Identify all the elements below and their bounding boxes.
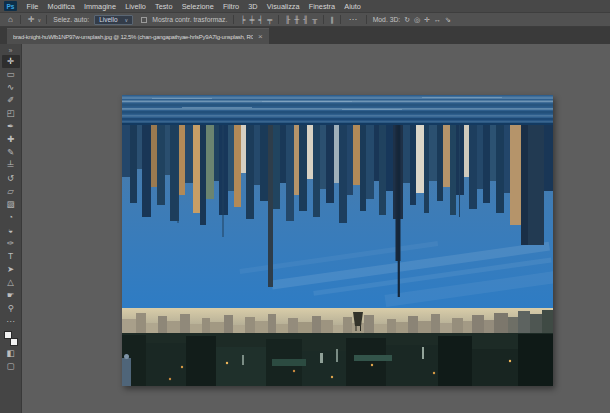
photoshop-window: Ps File Modifica Immagine Livello Testo … — [0, 0, 610, 413]
history-brush-tool[interactable]: ↺ — [2, 172, 20, 185]
mode-3d-label: Mod. 3D: — [371, 16, 403, 23]
type-tool[interactable]: T — [2, 250, 20, 263]
color-swatches[interactable] — [4, 331, 18, 346]
close-tab-icon[interactable]: × — [258, 33, 263, 41]
edit-toolbar-icon[interactable]: ⋯ — [2, 315, 20, 328]
lasso-tool[interactable]: ∿ — [2, 81, 20, 94]
hand-tool[interactable]: ☛ — [2, 289, 20, 302]
person-silhouette — [122, 354, 131, 386]
align-right-icon[interactable]: ╡ — [256, 16, 265, 23]
quick-mask-icon[interactable]: ◧ — [2, 347, 20, 360]
healing-brush-tool[interactable]: ✚ — [2, 133, 20, 146]
rooftops-foreground — [122, 333, 553, 386]
menu-immagine[interactable]: Immagine — [79, 2, 120, 11]
roll-3d-icon[interactable]: ◎ — [412, 16, 422, 23]
eraser-tool[interactable]: ▱ — [2, 185, 20, 198]
tools-panel: » ✛ ▭ ∿ ✐ ◰ ✒ ✚ ✎ ╧ ↺ ▱ ▨ ◔ ◒ ✑ T ➤ △ ☛ … — [0, 44, 22, 413]
move-tool[interactable]: ✛ — [2, 55, 20, 68]
show-transform-checkbox[interactable] — [141, 17, 147, 23]
chevron-down-icon: ∨ — [125, 17, 129, 23]
distribute-right-icon[interactable]: ╢ — [301, 16, 310, 23]
photoshop-logo[interactable]: Ps — [4, 1, 17, 11]
distribute-left-icon[interactable]: ╟ — [283, 16, 292, 23]
menu-file[interactable]: File — [22, 2, 43, 11]
chevron-down-icon[interactable]: ∨ — [38, 17, 43, 23]
menu-aiuto[interactable]: Aiuto — [340, 2, 366, 11]
divider — [233, 15, 234, 24]
align-top-icon[interactable]: ╤ — [265, 16, 274, 23]
menu-filtro[interactable]: Filtro — [218, 2, 243, 11]
home-icon[interactable]: ⌂ — [5, 16, 16, 24]
options-bar: ⌂ ✛ ∨ Selez. auto: Livello ∨ Mostra cont… — [0, 13, 610, 27]
menu-3d[interactable]: 3D — [244, 2, 263, 11]
photo-composite — [122, 95, 553, 386]
divider — [366, 15, 367, 24]
blur-tool[interactable]: ◔ — [2, 211, 20, 224]
slide-3d-icon[interactable]: ↔ — [432, 16, 443, 23]
quick-selection-tool[interactable]: ✐ — [2, 94, 20, 107]
auto-select-value: Livello — [99, 16, 117, 23]
background-color-swatch[interactable] — [10, 338, 18, 346]
brush-tool[interactable]: ✎ — [2, 146, 20, 159]
menu-livello[interactable]: Livello — [121, 2, 151, 11]
clone-stamp-tool[interactable]: ╧ — [2, 159, 20, 172]
zoom-tool[interactable]: ⚲ — [2, 302, 20, 315]
drag-3d-icon[interactable]: ✛ — [422, 16, 432, 23]
menu-testo[interactable]: Testo — [150, 2, 177, 11]
menu-selezione[interactable]: Selezione — [177, 2, 218, 11]
path-selection-tool[interactable]: ➤ — [2, 263, 20, 276]
auto-select-label: Selez. auto: — [51, 16, 91, 23]
document-canvas[interactable] — [122, 95, 553, 386]
menu-bar: Ps File Modifica Immagine Livello Testo … — [0, 0, 610, 13]
divider — [46, 15, 47, 24]
menu-modifica[interactable]: Modifica — [43, 2, 79, 11]
align-left-icon[interactable]: ╞ — [238, 16, 247, 23]
scale-3d-icon[interactable]: ⇘ — [443, 16, 453, 23]
divider — [340, 15, 341, 24]
divider — [20, 15, 21, 24]
dodge-tool[interactable]: ◒ — [2, 224, 20, 237]
show-transform-label: Mostra contr. trasformaz. — [150, 16, 229, 23]
document-tab[interactable]: brad-knight-huWfb1NP97w-unsplash.jpg @ 1… — [7, 28, 269, 44]
work-area — [22, 44, 610, 413]
divider — [278, 15, 279, 24]
distribute-top-icon[interactable]: ╥ — [310, 16, 319, 23]
water-band — [122, 95, 553, 125]
distribute-center-horizontal-icon[interactable]: ╫ — [292, 16, 301, 23]
bottom-photo-layer — [122, 308, 553, 386]
align-center-horizontal-icon[interactable]: ╪ — [247, 16, 256, 23]
divider — [323, 15, 324, 24]
shape-tool[interactable]: △ — [2, 276, 20, 289]
auto-select-dropdown[interactable]: Livello ∨ — [94, 15, 133, 25]
menu-finestra[interactable]: Finestra — [304, 2, 340, 11]
foreground-color-swatch[interactable] — [4, 331, 12, 339]
align-options-icon[interactable]: ⋯ — [345, 15, 362, 24]
document-title: brad-knight-huWfb1NP97w-unsplash.jpg @ 1… — [13, 34, 253, 40]
menu-visualizza[interactable]: Visualizza — [262, 2, 304, 11]
gradient-tool[interactable]: ▨ — [2, 198, 20, 211]
screen-mode-icon[interactable]: ▢ — [2, 360, 20, 373]
pen-tool[interactable]: ✑ — [2, 237, 20, 250]
rotate-3d-icon[interactable]: ↻ — [402, 16, 412, 23]
eyedropper-tool[interactable]: ✒ — [2, 120, 20, 133]
rectangular-marquee-tool[interactable]: ▭ — [2, 68, 20, 81]
crop-tool[interactable]: ◰ — [2, 107, 20, 120]
document-tab-bar: brad-knight-huWfb1NP97w-unsplash.jpg @ 1… — [0, 27, 610, 44]
move-tool-preset-icon[interactable]: ✛ — [25, 16, 38, 24]
collapse-toolbar-icon[interactable]: » — [2, 45, 20, 55]
distribute-spacing-icon[interactable]: ∥ — [328, 16, 336, 23]
